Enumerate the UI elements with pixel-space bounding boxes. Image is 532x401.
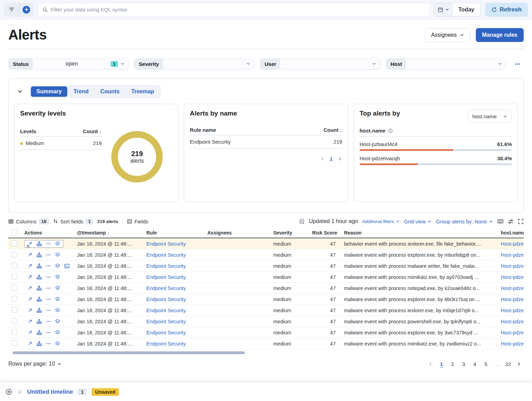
row-checkbox[interactable] <box>11 285 17 291</box>
timeline-title-link[interactable]: Untitled timeline <box>27 389 73 395</box>
host-name[interactable]: Host-pdzehvacqh <box>360 155 400 161</box>
more-actions-icon[interactable] <box>46 263 51 268</box>
more-actions-icon[interactable] <box>46 241 51 246</box>
analyze-event-icon[interactable] <box>36 241 42 247</box>
expand-alert-icon[interactable] <box>27 330 33 335</box>
prev-page-button[interactable] <box>426 361 435 367</box>
prev-page-button[interactable] <box>320 156 325 161</box>
page-3-button[interactable]: 3 <box>459 359 469 369</box>
analyze-event-icon[interactable] <box>36 252 42 258</box>
add-to-timeline-icon[interactable] <box>55 274 60 280</box>
analyze-event-icon[interactable] <box>36 274 42 280</box>
more-actions-icon[interactable] <box>46 252 51 257</box>
rows-per-page-button[interactable]: Rows per page: 10 <box>8 361 62 367</box>
add-to-timeline-icon[interactable] <box>55 285 60 291</box>
cell-host[interactable]: Host-pdze <box>497 274 524 280</box>
expand-alert-icon[interactable] <box>27 252 33 257</box>
add-to-timeline-icon[interactable] <box>55 241 60 247</box>
additional-filters-button[interactable]: Additional filters <box>362 219 400 224</box>
page-5-button[interactable]: 5 <box>481 359 491 369</box>
assignees-column-header[interactable]: Assignees <box>204 230 270 236</box>
favorite-star-icon[interactable]: ☆ <box>17 388 22 395</box>
expand-alert-icon[interactable] <box>27 285 33 291</box>
cell-rule[interactable]: Endpoint Security <box>143 297 204 302</box>
tab-trend[interactable]: Trend <box>68 86 94 97</box>
add-to-timeline-icon[interactable] <box>55 263 60 269</box>
page-1-button[interactable]: 1 <box>330 156 332 161</box>
cell-host[interactable]: Host-pdze <box>497 297 524 302</box>
expand-alert-icon[interactable] <box>27 274 33 280</box>
more-actions-icon[interactable] <box>46 330 51 335</box>
count-column-header[interactable]: Count ↓ <box>83 128 102 134</box>
keyboard-shortcuts-icon[interactable] <box>497 218 504 224</box>
page-22-button[interactable]: 22 <box>503 359 513 369</box>
assignees-dropdown[interactable]: Assignees <box>425 28 470 42</box>
count-column-header[interactable]: Count ↓ <box>324 127 342 133</box>
more-actions-icon[interactable] <box>46 285 51 291</box>
cell-rule[interactable]: Endpoint Security <box>143 330 204 335</box>
inspect-icon[interactable] <box>299 219 305 224</box>
expand-alert-icon[interactable] <box>27 297 33 302</box>
rule-column-header[interactable]: Rule <box>143 230 204 236</box>
tab-treemap[interactable]: Treemap <box>126 86 160 97</box>
page-1-button[interactable]: 1 <box>437 359 446 369</box>
cell-host[interactable]: Host-pdze <box>497 285 524 291</box>
more-actions-icon[interactable] <box>46 319 51 324</box>
more-actions-icon[interactable] <box>46 308 51 313</box>
cell-host[interactable]: Host-pdze <box>497 252 524 258</box>
add-to-timeline-icon[interactable] <box>55 308 60 313</box>
cell-rule[interactable]: Endpoint Security <box>143 319 204 324</box>
analyze-event-icon[interactable] <box>36 263 42 269</box>
analyze-event-icon[interactable] <box>36 319 42 324</box>
row-checkbox[interactable] <box>11 240 17 246</box>
cell-rule[interactable]: Endpoint Security <box>143 252 204 258</box>
date-picker-button[interactable] <box>434 3 453 16</box>
row-checkbox[interactable] <box>11 340 17 346</box>
expand-alert-icon[interactable] <box>27 263 33 268</box>
page-2-button[interactable]: 2 <box>448 359 457 369</box>
row-checkbox[interactable] <box>11 318 17 324</box>
cell-rule[interactable]: Endpoint Security <box>143 308 204 313</box>
expand-alert-icon[interactable] <box>27 319 33 324</box>
add-to-timeline-icon[interactable] <box>55 330 60 335</box>
cell-rule[interactable]: Endpoint Security <box>143 241 204 247</box>
tab-counts[interactable]: Counts <box>95 86 125 97</box>
add-to-timeline-icon[interactable] <box>55 252 60 258</box>
more-filters-button[interactable] <box>515 61 521 67</box>
analyze-event-icon[interactable] <box>36 341 42 347</box>
row-checkbox[interactable] <box>11 296 17 302</box>
horizontal-scrollbar[interactable] <box>12 351 245 354</box>
add-filter-button[interactable] <box>19 3 34 17</box>
expand-alert-icon[interactable] <box>27 308 33 313</box>
host-filter[interactable]: Host <box>386 58 506 69</box>
row-checkbox[interactable] <box>11 274 17 280</box>
add-to-timeline-icon[interactable] <box>55 297 60 302</box>
more-actions-icon[interactable] <box>46 297 51 302</box>
group-alerts-button[interactable]: Group alerts by: None <box>436 219 493 224</box>
display-options-icon[interactable] <box>508 219 514 224</box>
expand-alert-icon[interactable] <box>27 341 33 346</box>
today-button[interactable]: Today <box>453 3 480 16</box>
add-timeline-icon[interactable] <box>6 389 12 395</box>
terminal-session-icon[interactable] <box>64 263 70 269</box>
page-4-button[interactable]: 4 <box>470 359 480 369</box>
row-checkbox[interactable] <box>11 307 17 313</box>
row-checkbox[interactable] <box>11 263 17 268</box>
reason-column-header[interactable]: Reason <box>341 230 497 236</box>
more-actions-icon[interactable] <box>46 274 51 280</box>
analyze-event-icon[interactable] <box>36 285 42 291</box>
timestamp-column-header[interactable]: @timestamp ↓ <box>74 230 143 236</box>
fields-button[interactable]: Fields <box>127 219 148 224</box>
host-name[interactable]: Host-pzbaurl4c4 <box>360 141 397 147</box>
cell-host[interactable]: Host-pdze <box>497 330 524 335</box>
columns-button[interactable]: Columns 16 <box>8 219 49 224</box>
cell-host[interactable]: Host-pdze <box>497 319 524 324</box>
add-to-timeline-icon[interactable] <box>55 341 60 347</box>
cell-rule[interactable]: Endpoint Security <box>143 274 204 280</box>
collapse-charts-button[interactable] <box>17 88 23 95</box>
hostname-column-header[interactable]: host.name <box>497 230 524 236</box>
select-all-checkbox[interactable] <box>11 229 17 235</box>
risk-score-column-header[interactable]: Risk Score <box>309 230 341 236</box>
refresh-button[interactable]: Refresh <box>485 3 528 17</box>
sort-fields-button[interactable]: Sort fields 1 <box>53 219 93 224</box>
